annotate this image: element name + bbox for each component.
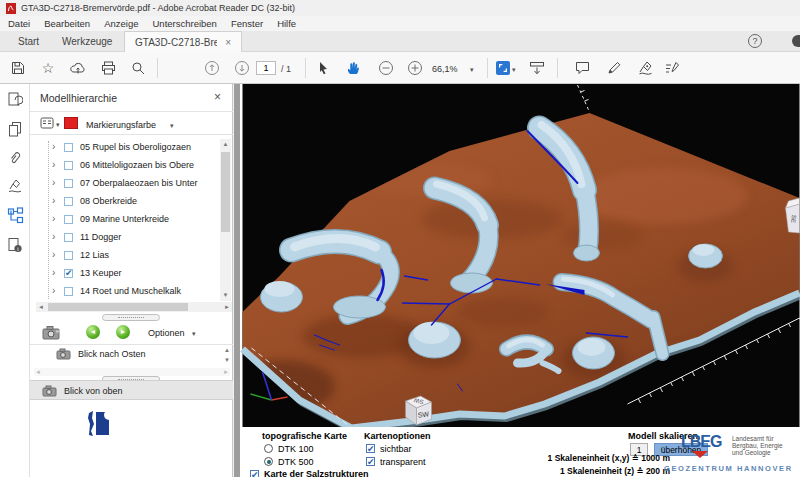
view-scroll-right-icon[interactable]: ► — [222, 368, 230, 376]
chevron-right-icon[interactable]: › — [52, 213, 55, 224]
highlighter-icon[interactable] — [605, 59, 623, 77]
previous-page-icon[interactable] — [203, 59, 221, 77]
chevron-right-icon[interactable]: › — [52, 231, 55, 242]
search-icon[interactable] — [129, 59, 147, 77]
active-view-bar[interactable]: Blick von oben — [30, 380, 233, 400]
tab-start[interactable]: Start — [8, 31, 49, 52]
tree-item[interactable]: ›11 Dogger — [30, 229, 220, 247]
transparent-checkbox[interactable]: ✔ — [366, 457, 375, 466]
model-tree-icon[interactable] — [6, 206, 24, 224]
pages-icon[interactable] — [6, 120, 24, 138]
help-icon[interactable]: ? — [748, 34, 762, 48]
zoom-out-icon[interactable] — [377, 59, 395, 77]
share-cloud-icon[interactable] — [69, 59, 87, 77]
star-icon[interactable]: ☆ — [39, 59, 57, 77]
menu-anzeige[interactable]: Anzeige — [104, 18, 138, 29]
attachments-icon[interactable] — [6, 149, 24, 167]
zoom-in-icon[interactable] — [406, 59, 424, 77]
3d-model-viewport[interactable]: SW SW SE — [242, 84, 800, 427]
visibility-checkbox[interactable] — [64, 179, 73, 188]
tree-item[interactable]: ›08 Oberkreide — [30, 193, 220, 211]
zoom-caret-icon[interactable]: ▾ — [470, 66, 474, 74]
tree-scroll-thumb[interactable] — [221, 152, 230, 232]
visibility-checkbox[interactable] — [64, 161, 73, 170]
next-page-icon[interactable] — [233, 59, 251, 77]
scroll-left-icon[interactable]: ◄ — [36, 302, 46, 312]
print-icon[interactable] — [99, 59, 117, 77]
tree-item[interactable]: ›14 Roet und Muschelkalk — [30, 283, 220, 301]
menu-bearbeiten[interactable]: Bearbeiten — [44, 18, 90, 29]
dtk100-label[interactable]: DTK 100 — [278, 444, 314, 454]
tab-document[interactable]: GTA3D-C2718-Bre... × — [124, 31, 242, 52]
tree-item[interactable]: ›12 Lias — [30, 247, 220, 265]
dtk100-radio[interactable] — [264, 444, 273, 453]
document-info-icon[interactable]: i — [6, 236, 24, 254]
comment-icon[interactable] — [573, 59, 591, 77]
visibility-checkbox[interactable] — [64, 143, 73, 152]
tree-hscroll-thumb[interactable] — [48, 303, 188, 311]
view-scroll-up-icon[interactable]: ▲ — [222, 346, 232, 355]
zoom-level-value[interactable]: 66,1% — [432, 64, 458, 74]
menu-fenster[interactable]: Fenster — [231, 18, 263, 29]
select-tool-icon[interactable] — [314, 59, 332, 77]
tab-werkzeuge[interactable]: Werkzeuge — [52, 31, 122, 52]
scroll-mode-icon[interactable] — [528, 59, 546, 77]
panel-close-icon[interactable]: × — [214, 90, 221, 104]
menu-datei[interactable]: Datei — [8, 18, 30, 29]
page-number-input[interactable]: 1 — [256, 61, 276, 75]
chevron-right-icon[interactable]: › — [52, 141, 55, 152]
scroll-right-icon[interactable]: ► — [222, 302, 232, 312]
save-icon[interactable] — [9, 59, 27, 77]
tree-options-caret-icon[interactable]: ▾ — [56, 121, 60, 129]
tree-item[interactable]: ›07 Oberpalaeozaen bis Unter — [30, 175, 220, 193]
visibility-checkbox[interactable] — [64, 197, 73, 206]
marking-color-caret-icon[interactable]: ▾ — [170, 122, 174, 130]
chevron-right-icon[interactable]: › — [52, 195, 55, 206]
dtk500-radio[interactable] — [264, 457, 273, 466]
visible-checkbox[interactable]: ✔ — [366, 444, 375, 453]
previous-view-button[interactable]: ◂ — [86, 325, 100, 339]
fill-sign-icon[interactable] — [663, 59, 681, 77]
chevron-right-icon[interactable]: › — [52, 249, 55, 260]
fit-page-icon[interactable] — [494, 59, 512, 77]
panel-splitter[interactable] — [102, 314, 160, 321]
transparent-label[interactable]: transparent — [380, 457, 426, 467]
chevron-right-icon[interactable]: › — [52, 159, 55, 170]
signatures-icon[interactable] — [6, 177, 24, 195]
tree-item[interactable]: ›06 Mitteloligozaen bis Obere — [30, 157, 220, 175]
tab-close-icon[interactable]: × — [225, 37, 231, 48]
view-list-item[interactable]: Blick nach Osten — [30, 345, 220, 367]
chevron-right-icon[interactable]: › — [52, 177, 55, 188]
visible-label[interactable]: sichtbar — [380, 444, 412, 454]
visibility-checkbox[interactable] — [64, 287, 73, 296]
visibility-checkbox-checked[interactable]: ✔ — [64, 269, 73, 278]
fit-caret-icon[interactable]: ▾ — [512, 66, 516, 74]
tree-options-icon[interactable] — [40, 117, 54, 131]
menu-unterschreiben[interactable]: Unterschreiben — [152, 18, 216, 29]
views-options-caret-icon[interactable]: ▾ — [192, 330, 196, 338]
tree-item[interactable]: ›09 Marine Unterkreide — [30, 211, 220, 229]
hand-tool-icon[interactable] — [344, 59, 362, 77]
view-horizontal-scrollbar[interactable] — [34, 368, 230, 376]
convert-pdf-icon[interactable] — [6, 90, 24, 108]
visibility-checkbox[interactable] — [64, 233, 73, 242]
salt-map-checkbox[interactable]: ✔ — [250, 470, 259, 477]
tree-item[interactable]: ›✔13 Keuper — [30, 265, 220, 283]
chevron-right-icon[interactable]: › — [52, 267, 55, 278]
sign-pen-icon[interactable] — [637, 59, 655, 77]
scroll-down-icon[interactable]: ▼ — [220, 290, 231, 301]
dtk500-label[interactable]: DTK 500 — [278, 457, 314, 467]
view-scroll-left-icon[interactable]: ◄ — [34, 368, 42, 376]
chevron-right-icon[interactable]: › — [52, 285, 55, 296]
visibility-checkbox[interactable] — [64, 215, 73, 224]
views-options-label[interactable]: Optionen — [148, 328, 185, 338]
view-scroll-down-icon[interactable]: ▼ — [222, 356, 232, 365]
scroll-up-icon[interactable]: ▲ — [220, 139, 231, 150]
notification-bell-icon[interactable] — [792, 35, 800, 47]
tree-item[interactable]: ›05 Rupel bis Oberoligozaen — [30, 139, 220, 157]
marking-color-swatch[interactable] — [64, 117, 78, 129]
marking-color-label[interactable]: Markierungsfarbe — [86, 120, 156, 130]
camera-views-icon[interactable] — [42, 325, 62, 342]
visibility-checkbox[interactable] — [64, 251, 73, 260]
menu-hilfe[interactable]: Hilfe — [277, 18, 296, 29]
